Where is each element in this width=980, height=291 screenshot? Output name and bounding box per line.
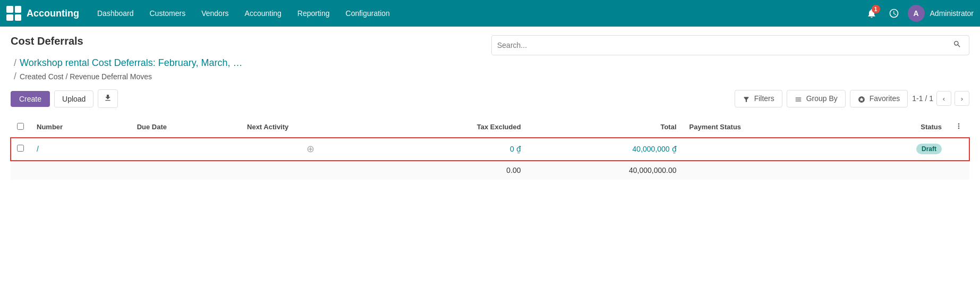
table-row[interactable]: / ⊕ 0 ₫ 40,000,000 ₫ Draft [11, 138, 969, 161]
row-due-date [131, 138, 241, 161]
page-title-area: Cost Deferrals [11, 35, 83, 47]
options-icon [955, 122, 963, 130]
upload-button[interactable]: Upload [54, 90, 93, 107]
col-due-date-header[interactable]: Due Date [131, 117, 241, 138]
row-payment-status [683, 138, 850, 161]
table-footer-row: 0.00 40,000,000.00 [11, 161, 969, 180]
footer-empty [11, 161, 381, 180]
filter-icon [743, 96, 750, 103]
breadcrumb-level3: / Created Cost / Revenue Deferral Moves [11, 71, 969, 82]
col-status-header[interactable]: Status [849, 117, 948, 138]
nav-dashboard[interactable]: Dashboard [90, 6, 141, 21]
row-total[interactable]: 40,000,000 ₫ [527, 138, 683, 161]
page-header-row: Cost Deferrals [11, 35, 969, 55]
app-logo[interactable]: Accounting [6, 6, 79, 21]
col-checkbox-header [11, 117, 30, 138]
topnav-right: 1 A Administrator [863, 5, 974, 22]
nav-vendors[interactable]: Vendors [194, 6, 236, 21]
download-button[interactable] [98, 89, 118, 108]
pager-prev-button[interactable]: ‹ [936, 91, 951, 106]
col-next-activity-header[interactable]: Next Activity [241, 117, 381, 138]
search-icon [953, 40, 961, 48]
breadcrumb-link-level2[interactable]: Workshop rental Cost Deferrals: February… [20, 57, 242, 69]
footer-total-amount: 40,000,000.00 [527, 161, 683, 180]
select-all-checkbox[interactable] [17, 123, 24, 130]
table-wrapper: Number Due Date Next Activity Tax Exclud… [11, 117, 969, 180]
pager-text: 1-1 / 1 [912, 94, 933, 103]
group-icon [795, 96, 802, 103]
nav-menu: Dashboard Customers Vendors Accounting R… [90, 6, 863, 21]
search-input[interactable] [497, 41, 951, 49]
grid-icon [6, 6, 21, 21]
avatar[interactable]: A [908, 5, 925, 22]
row-options [948, 138, 969, 161]
clock-icon [889, 8, 899, 19]
notification-button[interactable]: 1 [863, 5, 880, 22]
search-bar [491, 35, 969, 55]
footer-tax-excluded-total: 0.00 [381, 161, 527, 180]
col-options-header[interactable] [948, 117, 969, 138]
pager: 1-1 / 1 ‹ › [912, 91, 969, 106]
favorites-button[interactable]: Favorites [850, 90, 908, 107]
search-submit-button[interactable] [951, 38, 964, 53]
table-header-row: Number Due Date Next Activity Tax Exclud… [11, 117, 969, 138]
footer-right-empty [683, 161, 969, 180]
col-total-header[interactable]: Total [527, 117, 683, 138]
search-container [442, 35, 969, 55]
row-next-activity[interactable]: ⊕ [241, 138, 381, 161]
clock-button[interactable] [885, 5, 902, 22]
page-title: Cost Deferrals [11, 35, 83, 47]
toolbar-right: Filters Group By Favorites 1-1 / 1 ‹ › [735, 90, 969, 107]
breadcrumb-level2: / Workshop rental Cost Deferrals: Februa… [11, 57, 969, 69]
toolbar: Create Upload Filters Group By Favorites… [11, 89, 969, 108]
group-by-button[interactable]: Group By [787, 90, 846, 107]
nav-configuration[interactable]: Configuration [338, 6, 397, 21]
nav-accounting[interactable]: Accounting [237, 6, 289, 21]
row-number[interactable]: / [30, 138, 131, 161]
row-status: Draft [849, 138, 948, 161]
download-icon [104, 94, 112, 102]
breadcrumb-current: Created Cost / Revenue Deferral Moves [20, 72, 152, 81]
nav-customers[interactable]: Customers [142, 6, 193, 21]
top-navigation: Accounting Dashboard Customers Vendors A… [0, 0, 980, 27]
row-checkbox [11, 138, 30, 161]
row-tax-excluded[interactable]: 0 ₫ [381, 138, 527, 161]
star-icon [858, 96, 865, 103]
col-tax-excluded-header[interactable]: Tax Excluded [381, 117, 527, 138]
filters-button[interactable]: Filters [735, 90, 782, 107]
draft-status-badge: Draft [916, 144, 942, 154]
notification-badge: 1 [872, 5, 880, 13]
main-content: Cost Deferrals / Workshop rental Cost De… [0, 27, 980, 188]
data-table: Number Due Date Next Activity Tax Exclud… [11, 117, 969, 180]
col-payment-status-header[interactable]: Payment Status [683, 117, 850, 138]
col-number-header[interactable]: Number [30, 117, 131, 138]
admin-name[interactable]: Administrator [930, 9, 974, 18]
create-button[interactable]: Create [11, 91, 50, 107]
activity-add-icon[interactable]: ⊕ [306, 144, 314, 154]
nav-reporting[interactable]: Reporting [290, 6, 337, 21]
app-title: Accounting [27, 8, 79, 19]
row-select-checkbox[interactable] [17, 145, 24, 152]
pager-next-button[interactable]: › [955, 91, 969, 106]
